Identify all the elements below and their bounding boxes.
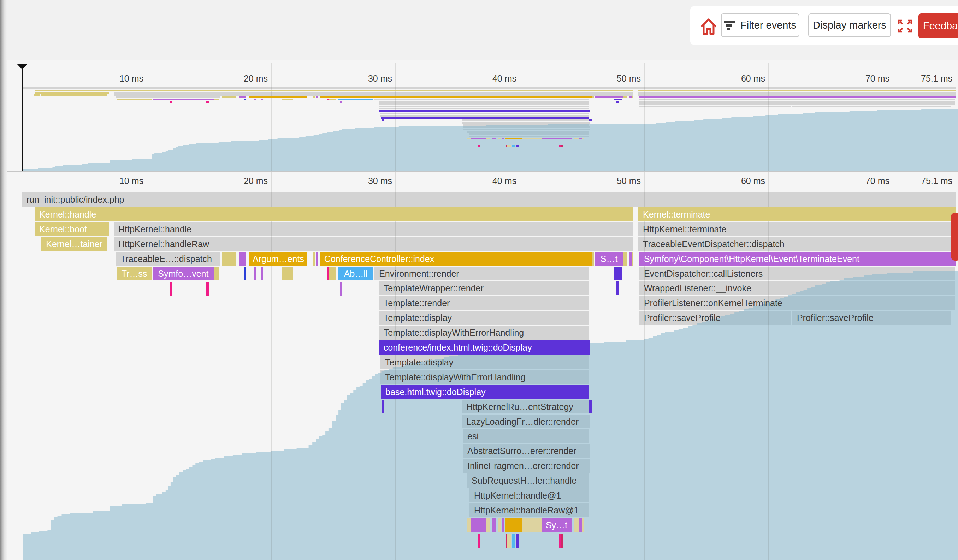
- timeline-bar[interactable]: [316, 252, 318, 266]
- timeline-bar[interactable]: [254, 267, 256, 281]
- timeline-bar[interactable]: [614, 267, 622, 281]
- timeline-bar-label: Template::displayWithErrorHandling: [384, 326, 589, 340]
- timeline-bar-ab-ll[interactable]: [338, 267, 373, 281]
- timeline-bar-abstractsurro-erer-render[interactable]: [463, 444, 590, 458]
- timeline-bar-profilerlistener-onkernelterminate[interactable]: [639, 296, 955, 310]
- timeline-bar-eventdispatcher-calllisteners[interactable]: [639, 267, 955, 281]
- timeline-bar[interactable]: [492, 518, 496, 532]
- timeline-bar-s-t[interactable]: [595, 252, 623, 266]
- timeline-bar-httpkernel-handleraw-1[interactable]: [469, 503, 588, 517]
- timeline-bar[interactable]: [214, 267, 219, 281]
- timeline-bar-run-init-public-index-php[interactable]: [22, 193, 955, 207]
- timeline-bar-traceablee-dispatch[interactable]: [116, 252, 220, 266]
- timeline-bar-httpkernel-handleraw[interactable]: [114, 237, 633, 251]
- timeline-gridline[interactable]: [768, 172, 769, 560]
- timeline-bar[interactable]: [327, 267, 329, 281]
- timeline-bar-kernel-tainer[interactable]: [41, 237, 107, 251]
- timeline-bar-template-display[interactable]: [381, 355, 589, 369]
- scroll-indicator[interactable]: [951, 212, 958, 261]
- fullscreen-icon[interactable]: [898, 19, 912, 33]
- timeline-bar[interactable]: [282, 267, 293, 281]
- timeline-gridline[interactable]: [271, 172, 272, 560]
- timeline-bar-symfony-component-httpkernel-event-terminateevent[interactable]: [639, 252, 955, 266]
- timeline-bar-templatewrapper-render[interactable]: [379, 281, 589, 295]
- feedback-button[interactable]: Feedback: [918, 13, 958, 38]
- timeline-bar[interactable]: [505, 518, 522, 532]
- timeline-bar[interactable]: [244, 267, 246, 281]
- timeline-bar[interactable]: [486, 518, 490, 532]
- timeline-bar-label: HttpKernel::handle@1: [474, 488, 588, 503]
- timeline-bar-sy-t[interactable]: [541, 518, 571, 532]
- timeline-bar-kernel-boot[interactable]: [35, 222, 109, 236]
- timeline-gridline[interactable]: [395, 172, 396, 560]
- timeline-bar-httpkernel-terminate[interactable]: [638, 222, 955, 236]
- timeline-bar-conferencecontroller-index[interactable]: [320, 252, 592, 266]
- filter-events-button[interactable]: Filter events: [721, 13, 799, 37]
- timeline-bar[interactable]: [222, 252, 236, 266]
- timeline-bar[interactable]: [629, 252, 631, 266]
- timeline-bar-template-displaywitherrorhandling[interactable]: [379, 326, 589, 340]
- timeline-bar-label: ProfilerListener::onKernelTerminate: [644, 296, 955, 310]
- timeline-bar-base-html-twig-dodisplay[interactable]: [381, 385, 589, 399]
- timeline-bar-kernel-terminate[interactable]: [638, 207, 955, 221]
- timeline-bar[interactable]: [623, 252, 627, 266]
- timeline-bar[interactable]: [239, 252, 246, 266]
- timeline-bar-label: Tr…ss: [117, 267, 152, 281]
- timeline-bar-template-displaywitherrorhandling[interactable]: [381, 370, 589, 384]
- timeline-bar-wrappedlistener-invoke[interactable]: [639, 281, 955, 295]
- timeline-bar-kernel-handle[interactable]: [35, 207, 633, 221]
- viewport-marker-triangle[interactable]: [17, 63, 28, 70]
- timeline-bar-template-render[interactable]: [379, 296, 589, 310]
- timeline-bar[interactable]: [579, 518, 582, 532]
- timeline-bar[interactable]: [631, 252, 633, 266]
- timeline-bar[interactable]: [574, 518, 579, 532]
- timeline-bar-profiler-saveprofile[interactable]: [639, 311, 791, 325]
- timeline-bar-profiler-saveprofile[interactable]: [792, 311, 951, 325]
- timeline-layer-area: [0, 0, 958, 560]
- timeline-gridline[interactable]: [147, 172, 147, 560]
- timeline-bar[interactable]: [498, 518, 501, 532]
- toolbar: Filter events Display markers Feedback: [690, 6, 958, 45]
- timeline-bar[interactable]: [471, 518, 486, 532]
- timeline-bar-label: Kernel…tainer: [41, 237, 107, 251]
- timeline-bar[interactable]: [589, 400, 592, 414]
- viewport-marker-line[interactable]: [22, 69, 23, 171]
- timeline-bar-httpkernel-handle-1[interactable]: [469, 488, 588, 503]
- timeline-bar-symfo-vent[interactable]: [152, 267, 214, 281]
- timeline-bar[interactable]: [382, 400, 384, 414]
- timeline-bar[interactable]: [467, 518, 471, 532]
- timeline-bar[interactable]: [329, 267, 336, 281]
- timeline-bar-httpkernel-handle[interactable]: [114, 222, 633, 236]
- timeline-bar-environment-render[interactable]: [374, 267, 589, 281]
- timeline-bar[interactable]: [312, 252, 316, 266]
- timeline-gridline[interactable]: [644, 172, 645, 560]
- timeline-bar[interactable]: [502, 518, 504, 532]
- timeline-bar[interactable]: [582, 518, 584, 532]
- timeline-bar-tr-ss[interactable]: [117, 267, 152, 281]
- timeline-bar-conference-index-html-twig-dodisplay[interactable]: [379, 340, 590, 354]
- timeline-bar[interactable]: [592, 252, 594, 266]
- timeline-bar-label: HttpKernel::handleRaw@1: [474, 503, 588, 517]
- timeline-bar-httpkernelru-entstrategy[interactable]: [462, 400, 588, 414]
- timeline-bar-argum-ents[interactable]: [249, 252, 307, 266]
- timeline-bar-template-display[interactable]: [379, 311, 589, 325]
- timeline-bar-esi[interactable]: [463, 429, 588, 443]
- timeline-axis-label: 10 ms: [66, 176, 143, 186]
- timeline-bar-label: EventDispatcher::callListeners: [644, 267, 955, 281]
- timeline-bar-traceableeventdispatcher-dispatch[interactable]: [638, 237, 955, 251]
- home-icon[interactable]: [700, 17, 717, 36]
- timeline-bar[interactable]: [522, 518, 541, 532]
- timeline-bar-label: base.html.twig::doDisplay: [385, 385, 589, 399]
- timeline-bar: [516, 533, 519, 548]
- timeline-bar-lazyloadingfr-dler-render[interactable]: [462, 414, 590, 429]
- timeline-bar-label: Sy…t: [541, 518, 571, 532]
- display-markers-button[interactable]: Display markers: [808, 13, 891, 37]
- timeline-gridline[interactable]: [893, 172, 893, 560]
- timeline-bar-subrequesth-ler-handle[interactable]: [467, 473, 588, 487]
- timeline-bar-inlinefragmen-erer-render[interactable]: [463, 459, 590, 473]
- minimap-axis-label: 75.1 ms: [875, 73, 952, 84]
- timeline-gridline[interactable]: [520, 172, 520, 560]
- timeline-chart[interactable]: run_init::public/index.phpKernel::handle…: [0, 0, 958, 560]
- timeline-bar[interactable]: [261, 267, 263, 281]
- timeline-bar[interactable]: [616, 281, 619, 295]
